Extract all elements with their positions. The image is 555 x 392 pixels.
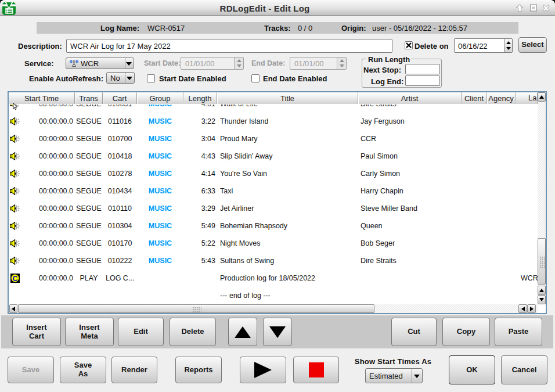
- svg-text:C: C: [12, 275, 17, 283]
